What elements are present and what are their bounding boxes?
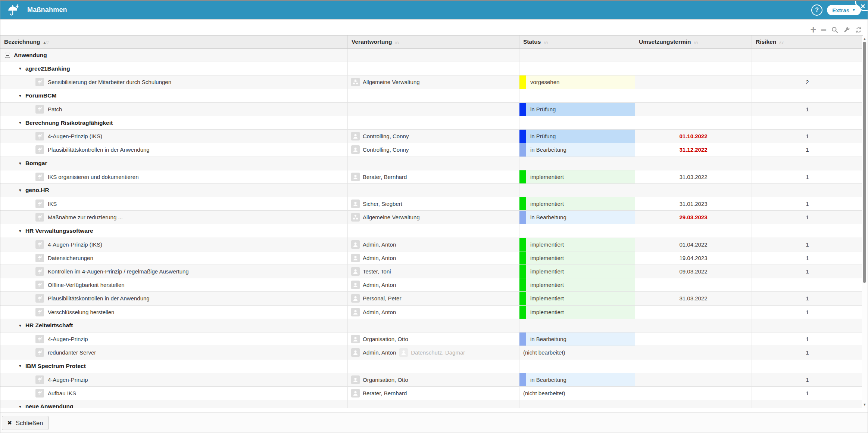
table-body: Anwendung▼agree21BankingSensibilisierung… — [0, 49, 863, 408]
table-row[interactable]: IKSSicher, Siegbertimplementiert31.01.20… — [0, 197, 863, 211]
table-row[interactable]: 4-Augen-PrinzipOrganisation, Ottoin Bear… — [0, 333, 863, 346]
status-badge: implementiert — [519, 251, 635, 265]
column-header-bezeichnung[interactable]: Bezeichnung ▲▽ — [0, 35, 348, 48]
measure-label: Offline-Verfügbarkeit herstellen — [48, 282, 125, 288]
umsetzungstermin-cell: 31.12.2022 — [635, 143, 752, 156]
table-row[interactable]: Plausibilitätskontrollen in der Anwendun… — [0, 292, 863, 305]
group-row[interactable]: ▼geno.HR — [0, 184, 863, 197]
bezeichnung-cell: ▼Berechnung Risikotragfähigkeit — [0, 116, 348, 129]
sort-icons: ∧∨ — [779, 38, 784, 45]
table-row[interactable]: Aufbau IKSBerater, Bernhard(nicht bearbe… — [0, 387, 863, 400]
bezeichnung-cell: Kontrollen im 4-Augen-Prinzip / regelmäß… — [0, 265, 348, 278]
collapse-triangle-icon[interactable]: ▼ — [18, 121, 22, 125]
table-row[interactable]: Sensibilisierung der Mitarbeiter durch S… — [0, 75, 863, 89]
search-icon[interactable] — [831, 25, 839, 34]
collapse-triangle-icon[interactable]: ▼ — [18, 324, 22, 328]
group-row[interactable]: ▼Berechnung Risikotragfähigkeit — [0, 116, 863, 130]
status-label: (nicht bearbeitet) — [523, 349, 565, 356]
vertical-scrollbar[interactable]: ▲ ▼ — [862, 36, 867, 408]
responsible-name: Datenschutz, Dagmar — [411, 349, 465, 356]
group-row[interactable]: ▼HR Zeitwirtschaft — [0, 319, 863, 333]
table-row[interactable]: Offline-Verfügbarkeit herstellenAdmin, A… — [0, 278, 863, 292]
group-row[interactable]: Anwendung — [0, 49, 863, 62]
responsible-entry: Admin, Anton — [351, 348, 396, 357]
responsible-entry: Sicher, Siegbert — [351, 200, 402, 208]
table-row[interactable]: Verschlüsselung herstellenAdmin, Antonim… — [0, 306, 863, 319]
group-row[interactable]: ▼neue Anwendung — [0, 400, 863, 408]
app-window: Maßnahmen ? Extras ▼ ✕ + − — [0, 0, 868, 433]
status-cell — [519, 116, 635, 129]
collapse-minus-icon[interactable] — [5, 53, 10, 58]
umsetzungstermin-cell: 31.03.2022 — [635, 170, 752, 183]
status-label: in Prüfung — [530, 133, 556, 139]
status-cell: (nicht bearbeitet) — [519, 387, 635, 400]
collapse-triangle-icon[interactable]: ▼ — [18, 229, 22, 233]
table-row[interactable]: Plausibilitätskontrollen in der Anwendun… — [0, 143, 863, 157]
risiken-cell: 1 — [752, 238, 863, 251]
minus-icon[interactable]: − — [821, 25, 827, 34]
status-badge: implementiert — [519, 306, 635, 319]
measure-label: Plausibilitätskontrollen in der Anwendun… — [48, 295, 150, 301]
status-badge: implementiert — [519, 265, 635, 278]
responsible-name: Berater, Bernhard — [363, 174, 407, 180]
collapse-triangle-icon[interactable]: ▼ — [18, 364, 22, 368]
group-label: agree21Banking — [25, 65, 70, 72]
table-row[interactable]: 4-Augen-PrinzipOrganisation, Ottoin Bear… — [0, 373, 863, 387]
collapse-triangle-icon[interactable]: ▼ — [18, 67, 22, 71]
close-dialog-button[interactable]: ✖ Schließen — [2, 416, 49, 430]
status-cell — [519, 62, 635, 75]
person-icon — [351, 132, 360, 140]
status-label: (nicht bearbeitet) — [523, 390, 565, 396]
table-row[interactable]: 4-Augen-Prinzip (IKS)Controlling, Connyi… — [0, 130, 863, 143]
person-icon — [351, 389, 360, 398]
measure-label: 4-Augen-Prinzip — [48, 336, 88, 342]
umsetzungstermin-cell — [635, 400, 752, 408]
risiken-cell: 1 — [752, 387, 863, 400]
plus-icon[interactable]: + — [810, 25, 816, 34]
scroll-up-icon[interactable]: ▲ — [862, 37, 867, 41]
scrollbar-thumb[interactable] — [863, 42, 866, 283]
status-cell: implementiert — [519, 170, 635, 183]
table-row[interactable]: Kontrollen im 4-Augen-Prinzip / regelmäß… — [0, 265, 863, 278]
group-row[interactable]: ▼Bomgar — [0, 157, 863, 170]
extras-label: Extras — [832, 7, 849, 13]
refresh-icon[interactable] — [855, 25, 862, 34]
group-row[interactable]: ▼HR Verwaltungssoftware — [0, 224, 863, 238]
umbrella-icon — [35, 240, 44, 249]
help-button[interactable]: ? — [811, 4, 822, 16]
status-cell: in Prüfung — [519, 130, 635, 143]
sort-icons: ∧∨ — [543, 38, 548, 45]
status-color-bar — [519, 238, 526, 251]
status-label: in Bearbeitung — [530, 377, 566, 383]
risiken-cell: 1 — [752, 292, 863, 305]
table-row[interactable]: DatensicherungenAdmin, Antonimplementier… — [0, 251, 863, 265]
group-row[interactable]: ▼agree21Banking — [0, 62, 863, 75]
column-header-umsetzungstermin[interactable]: Umsetzungstermin ∧∨ — [635, 35, 752, 48]
group-row[interactable]: ▼IBM Spectrum Protect — [0, 359, 863, 373]
extras-button[interactable]: Extras ▼ — [827, 5, 861, 15]
collapse-triangle-icon[interactable]: ▼ — [18, 405, 22, 408]
responsible-name: Admin, Anton — [363, 349, 396, 356]
status-color-bar — [519, 333, 526, 346]
scroll-down-icon[interactable]: ▼ — [862, 402, 867, 407]
group-row[interactable]: ▼ForumBCM — [0, 89, 863, 103]
table-row[interactable]: Patchin Prüfung1 — [0, 103, 863, 116]
column-header-status[interactable]: Status ∧∨ — [519, 35, 635, 48]
table-row[interactable]: redundanter ServerAdmin, AntonDatenschut… — [0, 346, 863, 359]
group-label: neue Anwendung — [25, 403, 74, 408]
status-color-bar — [519, 373, 526, 386]
verantwortung-cell: Allgemeine Verwaltung — [348, 75, 519, 89]
wrench-icon[interactable] — [843, 25, 850, 34]
umbrella-icon — [35, 200, 44, 208]
column-header-verantwortung[interactable]: Verantwortung ∧∨ — [348, 35, 519, 48]
table-row[interactable]: IKS organisieren und dokumentierenBerate… — [0, 170, 863, 184]
collapse-triangle-icon[interactable]: ▼ — [18, 94, 22, 98]
table-row[interactable]: Maßnahme zur reduzierung ...Allgemeine V… — [0, 211, 863, 224]
status-cell — [519, 224, 635, 237]
bezeichnung-cell: ▼Bomgar — [0, 157, 348, 170]
umbrella-icon — [35, 254, 44, 262]
table-row[interactable]: 4-Augen-Prinzip (IKS)Admin, Antonimpleme… — [0, 238, 863, 251]
column-header-risiken[interactable]: Risiken ∧∨ — [752, 35, 863, 48]
collapse-triangle-icon[interactable]: ▼ — [18, 161, 22, 166]
collapse-triangle-icon[interactable]: ▼ — [18, 188, 22, 192]
